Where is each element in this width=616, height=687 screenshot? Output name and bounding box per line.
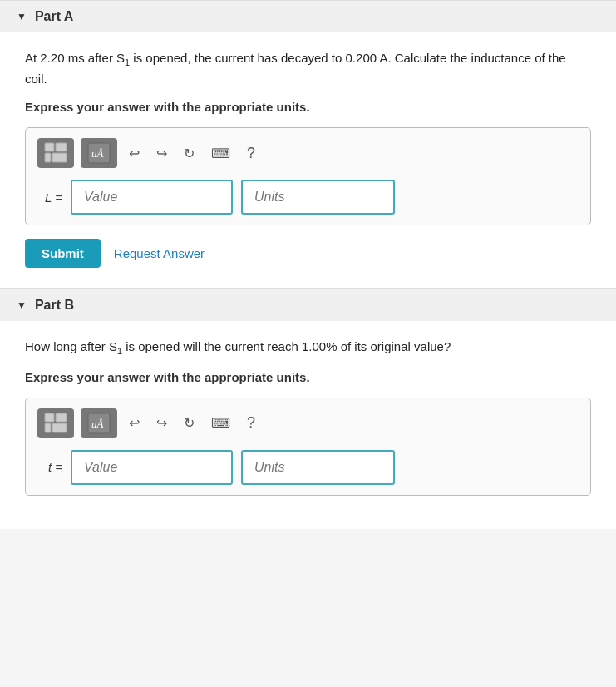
part-a-header[interactable]: ▼ Part A	[0, 0, 616, 32]
undo-button[interactable]: ↩	[124, 142, 145, 165]
part-a-toolbar: uÅ ↩ ↪ ↻ ⌨ ?	[37, 138, 579, 168]
keyboard-button-b[interactable]: ⌨	[206, 412, 235, 434]
part-b-instruction: Express your answer with the appropriate…	[25, 370, 591, 384]
part-a-title: Part A	[35, 9, 74, 24]
part-a-instruction: Express your answer with the appropriate…	[25, 100, 591, 114]
undo-button-b[interactable]: ↩	[124, 412, 145, 434]
reset-button[interactable]: ↻	[179, 142, 200, 165]
part-b-label: t =	[37, 460, 62, 474]
svg-rect-8	[45, 423, 51, 432]
submit-button-a[interactable]: Submit	[25, 239, 101, 268]
part-a-units-input[interactable]	[241, 180, 395, 215]
template-btn-1[interactable]	[37, 138, 74, 168]
part-b-title: Part B	[35, 298, 74, 313]
svg-text:uÅ: uÅ	[91, 147, 104, 160]
part-a-input-box: uÅ ↩ ↪ ↻ ⌨ ? L =	[25, 127, 591, 225]
chevron-icon-b: ▼	[17, 299, 27, 311]
part-b-units-input[interactable]	[241, 450, 395, 485]
part-b-value-input[interactable]	[71, 450, 233, 485]
part-a-label: L =	[37, 190, 62, 205]
help-button[interactable]: ?	[242, 141, 260, 166]
part-a-button-row: Submit Request Answer	[25, 239, 591, 268]
part-b-input-box: uÅ ↩ ↪ ↻ ⌨ ? t =	[25, 398, 591, 496]
part-a-content: At 2.20 ms after S1 is opened, the curre…	[0, 32, 616, 288]
reset-button-b[interactable]: ↻	[179, 412, 200, 434]
part-a-value-input[interactable]	[71, 180, 233, 215]
template-btn-4[interactable]: uÅ	[81, 408, 117, 438]
svg-rect-0	[45, 143, 54, 151]
redo-button[interactable]: ↪	[151, 142, 172, 165]
svg-rect-9	[52, 423, 67, 432]
svg-rect-2	[45, 153, 51, 162]
part-a-problem-text: At 2.20 ms after S1 is opened, the curre…	[25, 49, 591, 88]
keyboard-button[interactable]: ⌨	[206, 142, 235, 165]
help-button-b[interactable]: ?	[242, 411, 260, 435]
chevron-icon-a: ▼	[17, 11, 27, 22]
request-answer-button-a[interactable]: Request Answer	[114, 246, 205, 260]
svg-text:uÅ: uÅ	[91, 418, 104, 430]
part-a-field-row: L =	[37, 180, 579, 215]
template-btn-2[interactable]: uÅ	[81, 138, 117, 168]
template-btn-3[interactable]	[37, 408, 74, 438]
part-b-content: How long after S1 is opened will the cur…	[0, 321, 616, 529]
part-b-header[interactable]: ▼ Part B	[0, 289, 616, 321]
svg-rect-1	[56, 143, 67, 151]
svg-rect-7	[56, 413, 67, 422]
svg-rect-6	[45, 413, 54, 422]
part-b-toolbar: uÅ ↩ ↪ ↻ ⌨ ?	[37, 408, 579, 438]
svg-rect-3	[52, 153, 67, 162]
redo-button-b[interactable]: ↪	[151, 412, 172, 434]
part-b-problem-text: How long after S1 is opened will the cur…	[25, 338, 591, 358]
part-b-field-row: t =	[37, 450, 579, 485]
